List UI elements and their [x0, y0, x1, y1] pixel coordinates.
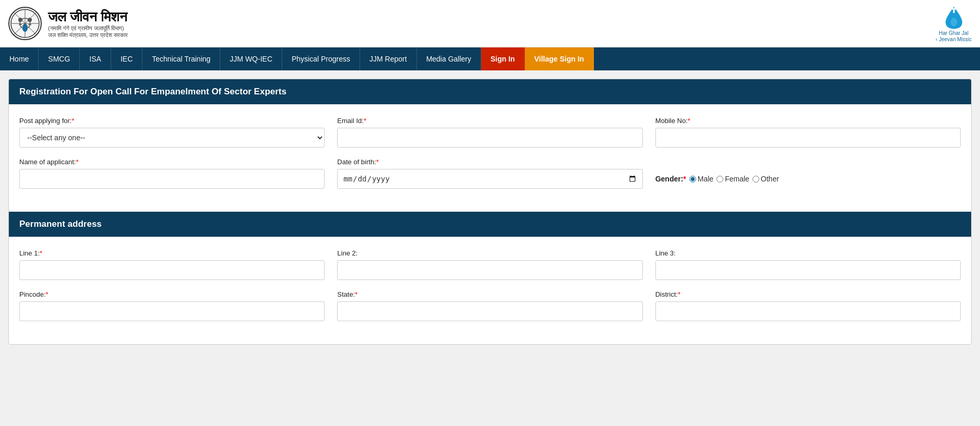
- gender-male-label: Male: [698, 175, 713, 183]
- registration-form-card: Registration For Open Call For Empanelme…: [8, 79, 972, 345]
- nav-jjm-report[interactable]: JJM Report: [360, 47, 417, 70]
- pincode-group: Pincode:*: [19, 290, 325, 321]
- nav-iec[interactable]: IEC: [111, 47, 142, 70]
- form-row-1: Post applying for:* --Select any one-- E…: [19, 117, 961, 148]
- gender-label: Gender:*: [655, 175, 686, 183]
- pincode-input[interactable]: [19, 301, 325, 321]
- state-label: State:*: [337, 290, 642, 298]
- name-label: Name of applicant:*: [19, 158, 325, 166]
- svg-rect-11: [953, 10, 954, 13]
- address-row-1: Line 1:* Line 2: Line 3:: [19, 249, 961, 280]
- gender-female-radio[interactable]: [716, 176, 723, 182]
- address-row-2: Pincode:* State:* District:*: [19, 290, 961, 321]
- line2-input[interactable]: [337, 260, 642, 280]
- line1-input[interactable]: [19, 260, 325, 280]
- nav-sign-in[interactable]: Sign In: [481, 47, 525, 70]
- permanent-address-body: Line 1:* Line 2: Line 3: Pincode:*: [9, 237, 971, 344]
- nav-smcg[interactable]: SMCG: [39, 47, 80, 70]
- dob-input[interactable]: [337, 169, 642, 189]
- mobile-input[interactable]: [655, 128, 961, 148]
- header-left: जल जीवन मिशन (नमामि गंगे एवं ग्रामीण जला…: [8, 7, 128, 40]
- line2-group: Line 2:: [337, 249, 642, 280]
- svg-point-7: [28, 18, 32, 22]
- district-label: District:*: [655, 290, 961, 298]
- main-navbar: Home SMCG ISA IEC Technical Training JJM…: [0, 47, 980, 70]
- nav-home[interactable]: Home: [0, 47, 39, 70]
- gender-female-label: Female: [725, 175, 749, 183]
- organization-logo: [8, 7, 42, 40]
- gender-other-radio[interactable]: [752, 176, 759, 182]
- nav-isa[interactable]: ISA: [80, 47, 111, 70]
- svg-point-12: [950, 18, 957, 27]
- site-subtitle1: (नमामि गंगे एवं ग्रामीण जलापूर्ति विभाग): [48, 25, 128, 32]
- line2-label: Line 2:: [337, 249, 642, 257]
- permanent-address-header: Permanent address: [9, 212, 971, 237]
- svg-point-9: [23, 23, 27, 26]
- post-applying-group: Post applying for:* --Select any one--: [19, 117, 325, 148]
- mobile-label: Mobile No:*: [655, 117, 961, 125]
- nav-media-gallery[interactable]: Media Gallery: [417, 47, 481, 70]
- district-group: District:*: [655, 290, 961, 321]
- form-row-2: Name of applicant:* Date of birth:* Gend…: [19, 158, 961, 189]
- post-applying-select[interactable]: --Select any one--: [19, 128, 325, 148]
- dob-label: Date of birth:*: [337, 158, 642, 166]
- line3-input[interactable]: [655, 260, 961, 280]
- main-content: Registration For Open Call For Empanelme…: [0, 70, 980, 353]
- nav-jjm-wq-iec[interactable]: JJM WQ-IEC: [220, 47, 282, 70]
- gender-other-label: Other: [761, 175, 779, 183]
- gender-male-radio[interactable]: [689, 176, 696, 182]
- page-header: जल जीवन मिशन (नमामि गंगे एवं ग्रामीण जला…: [0, 0, 980, 47]
- state-group: State:*: [337, 290, 642, 321]
- form-body: Post applying for:* --Select any one-- E…: [9, 104, 971, 212]
- post-applying-label: Post applying for:*: [19, 117, 325, 125]
- har-ghar-text: Har Ghar Jal: [939, 30, 969, 36]
- email-input[interactable]: [337, 128, 642, 148]
- form-title-text: Registration For Open Call For Empanelme…: [19, 87, 286, 96]
- gender-male-option[interactable]: Male: [689, 175, 713, 183]
- district-input[interactable]: [655, 301, 961, 321]
- state-input[interactable]: [337, 301, 642, 321]
- svg-rect-10: [951, 8, 957, 9]
- svg-point-6: [18, 18, 22, 22]
- har-ghar-subtext: ‹ Jeevan Missic: [936, 36, 972, 43]
- gender-other-option[interactable]: Other: [752, 175, 779, 183]
- gender-female-option[interactable]: Female: [716, 175, 749, 183]
- line3-group: Line 3:: [655, 249, 961, 280]
- email-group: Email Id:*: [337, 117, 642, 148]
- pincode-label: Pincode:*: [19, 290, 325, 298]
- site-subtitle2: जल शक्ति मंत्रालय, उत्तर प्रदेश सरकार: [48, 32, 128, 39]
- nav-physical-progress[interactable]: Physical Progress: [282, 47, 360, 70]
- line1-label: Line 1:*: [19, 249, 325, 257]
- nav-technical-training[interactable]: Technical Training: [142, 47, 220, 70]
- name-input[interactable]: [19, 169, 325, 189]
- header-title-block: जल जीवन मिशन (नमामि गंगे एवं ग्रामीण जला…: [48, 9, 128, 39]
- email-label: Email Id:*: [337, 117, 642, 125]
- gender-options-row: Gender:* Male Female Other: [655, 169, 961, 189]
- permanent-address-title: Permanent address: [19, 219, 102, 229]
- gender-group: Gender:* Male Female Other: [655, 169, 961, 189]
- har-ghar-logo: Har Ghar Jal ‹ Jeevan Missic: [936, 4, 972, 43]
- svg-point-8: [22, 25, 28, 32]
- line3-label: Line 3:: [655, 249, 961, 257]
- site-title: जल जीवन मिशन: [48, 9, 128, 25]
- nav-village-sign-in[interactable]: Village Sign In: [525, 47, 594, 70]
- form-title-header: Registration For Open Call For Empanelme…: [9, 79, 971, 104]
- line1-group: Line 1:*: [19, 249, 325, 280]
- dob-group: Date of birth:*: [337, 158, 642, 189]
- mobile-group: Mobile No:*: [655, 117, 961, 148]
- name-group: Name of applicant:*: [19, 158, 325, 189]
